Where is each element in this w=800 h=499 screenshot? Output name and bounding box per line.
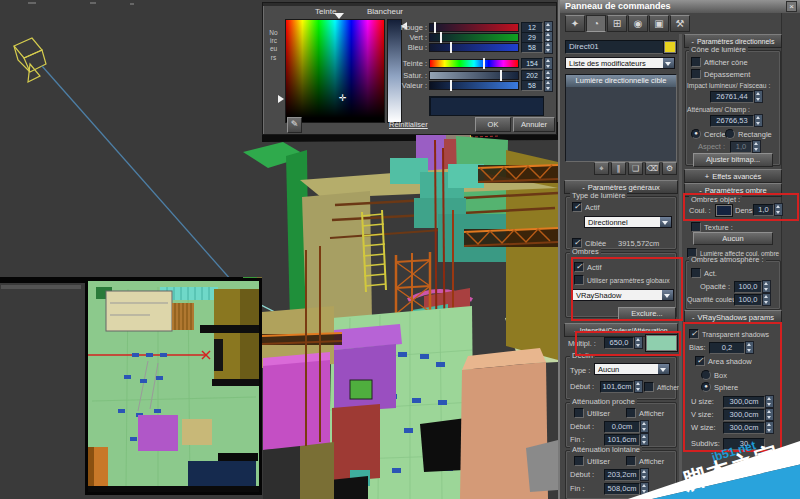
bias-field[interactable]: 0,2 <box>709 342 745 354</box>
transparent-shadows-checkbox[interactable]: ✓ <box>689 329 699 339</box>
light-color-swatch[interactable] <box>645 334 678 352</box>
blue-slider[interactable] <box>429 43 519 52</box>
overshoot-checkbox[interactable] <box>691 69 701 79</box>
saturation-slider[interactable] <box>429 71 519 80</box>
near-start-spinner[interactable] <box>640 420 649 433</box>
panel-scrollbar[interactable] <box>679 34 682 494</box>
modifier-stack[interactable]: Lumière directionnelle cible <box>565 74 677 162</box>
density-spinner[interactable] <box>774 203 783 216</box>
rollout-vrayshadows[interactable]: - VRayShadows params <box>684 310 782 324</box>
tab-hierarchy[interactable]: ⊞ <box>607 15 627 32</box>
falloff-spinner[interactable] <box>754 114 763 127</box>
value-value[interactable]: 58 <box>521 80 543 91</box>
color-amount-field[interactable]: 100,0 <box>734 294 762 306</box>
show-end-result-button[interactable]: ∥ <box>611 162 626 175</box>
shadows-active-checkbox[interactable]: ✓ <box>574 262 584 272</box>
box-radio[interactable] <box>701 370 711 380</box>
tab-motion[interactable]: ◉ <box>628 15 648 32</box>
near-end-spinner[interactable] <box>640 433 649 446</box>
sphere-radio[interactable]: ● <box>701 382 711 392</box>
top-viewport[interactable] <box>85 278 262 495</box>
far-end-spinner[interactable] <box>640 482 649 495</box>
far-show-checkbox[interactable] <box>626 456 636 466</box>
blue-spinner[interactable] <box>544 41 553 54</box>
truss-beam <box>478 165 558 183</box>
multiplier-field[interactable]: 650,0 <box>604 337 634 349</box>
rollout-advanced-effects[interactable]: + Effets avancés <box>684 169 782 183</box>
shadow-type-dropdown[interactable]: VRayShadow <box>572 289 674 301</box>
cancel-button[interactable]: Annuler <box>513 117 555 132</box>
usize-spinner[interactable] <box>765 395 774 408</box>
color-amount-spinner[interactable] <box>762 293 771 306</box>
circle-radio[interactable]: ● <box>691 129 701 139</box>
tab-create[interactable]: ✦ <box>565 15 585 32</box>
blackness-marker-icon[interactable] <box>278 95 284 103</box>
map-checkbox[interactable] <box>691 222 701 232</box>
command-panel: Panneau de commandes × ✦ ◔ ⊞ ◉ ▣ ⚒ Direc… <box>558 0 800 499</box>
close-icon[interactable]: × <box>786 1 797 12</box>
far-start-spinner[interactable] <box>640 468 649 481</box>
far-end-field[interactable]: 508,0cm <box>604 483 640 495</box>
panel-title[interactable]: Panneau de commandes <box>560 0 800 13</box>
bitmap-fit-button[interactable]: Ajuster bitmap... <box>693 153 773 167</box>
hotspot-spinner[interactable] <box>754 90 763 103</box>
tab-utilities[interactable]: ⚒ <box>670 15 690 32</box>
exclude-button[interactable]: Exclure... <box>618 307 676 321</box>
rectangle-radio[interactable] <box>725 129 735 139</box>
density-field[interactable]: 1,0 <box>753 204 774 216</box>
subdivs-field[interactable]: 30 <box>723 438 765 450</box>
decay-start-field[interactable]: 101,6cm <box>600 381 634 393</box>
near-use-checkbox[interactable] <box>574 408 584 418</box>
remove-modifier-button[interactable]: ⌫ <box>645 162 660 175</box>
opacity-spinner[interactable] <box>762 280 771 293</box>
tab-modify[interactable]: ◔ <box>586 15 606 32</box>
bias-spinner[interactable] <box>745 341 754 354</box>
show-cone-checkbox[interactable] <box>691 57 701 67</box>
area-shadow-checkbox[interactable]: ✓ <box>695 356 705 366</box>
hue-blackness-gradient[interactable] <box>285 19 385 123</box>
hue-value[interactable]: 154 <box>521 58 543 69</box>
object-color-swatch[interactable] <box>663 40 677 54</box>
eyedropper-button[interactable]: ✎ <box>287 117 302 133</box>
use-global-checkbox[interactable] <box>574 275 584 285</box>
decay-show-checkbox[interactable] <box>644 382 654 392</box>
vsize-field[interactable]: 300,0cm <box>723 409 765 421</box>
multiplier-spinner[interactable] <box>634 336 643 349</box>
hotspot-field[interactable]: 26761,44 <box>710 91 754 103</box>
aspect-spinner[interactable] <box>752 140 761 153</box>
shadow-color-swatch[interactable] <box>715 204 733 217</box>
pin-stack-button[interactable]: ⌖ <box>594 162 609 175</box>
opacity-field[interactable]: 100,0 <box>734 281 762 293</box>
value-slider[interactable] <box>429 81 519 90</box>
vsize-spinner[interactable] <box>765 408 774 421</box>
make-unique-button[interactable]: ❏ <box>628 162 643 175</box>
object-name-field[interactable]: Direct01 <box>565 40 664 54</box>
atmosphere-active-checkbox[interactable] <box>691 268 701 278</box>
blue-value[interactable]: 58 <box>521 42 543 53</box>
hue-marker-icon[interactable] <box>334 13 344 19</box>
decay-type-dropdown[interactable]: Aucun <box>594 363 670 375</box>
far-start-field[interactable]: 203,2cm <box>604 469 640 481</box>
decay-start-spinner[interactable] <box>634 380 643 393</box>
green-slider[interactable] <box>429 33 519 42</box>
ok-button[interactable]: OK <box>475 117 511 132</box>
value-spinner[interactable] <box>544 79 553 92</box>
wsize-field[interactable]: 300,0cm <box>723 422 765 434</box>
color-cursor-icon[interactable]: ✛ <box>339 93 347 103</box>
hue-slider[interactable] <box>429 59 519 68</box>
near-start-field[interactable]: 0,0cm <box>604 421 640 433</box>
active-checkbox[interactable]: ✓ <box>572 202 582 212</box>
far-use-checkbox[interactable] <box>574 456 584 466</box>
stack-item-selected[interactable]: Lumière directionnelle cible <box>566 75 676 87</box>
light-type-dropdown[interactable]: Directionnel <box>584 216 672 228</box>
wsize-spinner[interactable] <box>765 421 774 434</box>
tab-display[interactable]: ▣ <box>649 15 669 32</box>
modifier-list-dropdown[interactable]: Liste des modificateurs <box>565 57 675 69</box>
falloff-field[interactable]: 26766,53 <box>710 115 754 127</box>
configure-modifier-sets-button[interactable]: ⚙ <box>662 162 677 175</box>
shadow-map-button[interactable]: Aucun <box>693 232 773 245</box>
reset-button[interactable]: Réinitialiser <box>389 120 428 129</box>
usize-field[interactable]: 300,0cm <box>723 396 765 408</box>
near-show-checkbox[interactable] <box>626 408 636 418</box>
red-slider[interactable] <box>429 23 519 32</box>
